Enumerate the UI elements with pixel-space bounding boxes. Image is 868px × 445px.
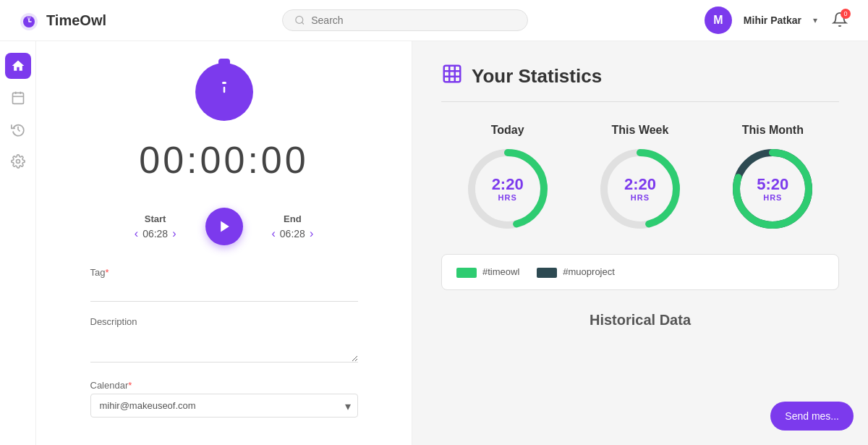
header-right: M Mihir Patkar ▾ 0 [705,7,851,34]
legend-color-timeowl [456,268,477,278]
week-value: 2:20 [624,176,656,193]
layout: 00:00:00 Start ‹ 06:28 › [0,41,868,445]
timer-display: 00:00:00 [139,138,308,182]
notification-button[interactable]: 0 [829,9,851,33]
start-time-nav: ‹ 06:28 › [135,227,176,240]
stat-col-week: This Week 2:20 HRS [597,124,684,232]
description-textarea[interactable] [90,330,358,363]
notification-badge: 0 [841,9,851,19]
week-label: This Week [612,124,669,137]
week-donut: 2:20 HRS [597,145,684,232]
today-label: Today [491,124,524,137]
end-label: End [284,213,302,224]
calendar-icon [11,90,25,105]
calendar-label: Calendar* [90,380,358,391]
today-value: 2:20 [492,176,524,193]
tag-label: Tag* [90,267,358,278]
timer-controls: Start ‹ 06:28 › End ‹ 06 [135,208,313,245]
svg-point-4 [296,16,303,23]
end-time-nav: ‹ 06:28 › [272,227,314,240]
svg-marker-13 [221,221,229,232]
stats-title: Your Statistics [441,63,839,90]
month-unit: HRS [757,193,788,202]
week-center: 2:20 HRS [624,176,656,202]
search-icon [294,14,305,26]
start-label: Start [145,213,166,224]
calendar-select[interactable]: mihir@makeuseof.com [90,394,358,418]
play-icon [218,219,232,234]
timer-form: Tag* Description Calendar* mihir@makeuse… [90,267,358,432]
tag-input[interactable] [90,281,358,302]
chat-button[interactable]: Send mes... [770,402,854,431]
user-avatar: M [705,7,732,34]
logo: TimeOwl [17,9,106,32]
start-time-value: 06:28 [142,228,168,240]
svg-rect-14 [444,66,461,82]
chevron-down-icon[interactable]: ▾ [813,15,817,25]
start-prev-arrow[interactable]: ‹ [135,227,138,240]
today-center: 2:20 HRS [492,176,524,202]
week-unit: HRS [624,193,656,202]
legend-item-muoproject: #muoproject [537,266,615,278]
svg-point-10 [16,160,20,164]
month-donut: 5:20 HRS [729,145,816,232]
end-prev-arrow[interactable]: ‹ [272,227,276,240]
user-name: Mihir Patkar [744,14,801,26]
end-time-value: 06:28 [280,228,305,240]
header: TimeOwl M Mihir Patkar ▾ 0 [0,0,868,41]
legend-label-timeowl: #timeowl [482,266,519,277]
today-unit: HRS [492,193,524,202]
month-label: This Month [742,124,804,137]
search-input[interactable] [311,14,516,26]
logo-text: TimeOwl [46,12,106,29]
stats-title-text: Your Statistics [472,65,602,88]
stats-panel: Your Statistics Today 2:20 HRS [412,41,868,445]
timer-icon-wrap [195,63,253,121]
svg-rect-11 [222,82,226,84]
stats-icon [441,63,463,90]
settings-icon [11,154,25,169]
stopwatch-icon [210,77,239,106]
stat-col-today: Today 2:20 HRS [464,124,551,232]
timer-panel: 00:00:00 Start ‹ 06:28 › [36,41,412,445]
sidebar [0,41,36,445]
home-icon [11,59,25,73]
month-center: 5:20 HRS [757,176,788,202]
start-next-arrow[interactable]: › [172,227,176,240]
historical-title: Historical Data [441,312,839,329]
svg-line-5 [302,22,305,25]
month-value: 5:20 [757,176,788,193]
end-next-arrow[interactable]: › [310,227,313,240]
legend-item-timeowl: #timeowl [456,266,519,278]
main-content: 00:00:00 Start ‹ 06:28 › [36,41,868,445]
stat-col-month: This Month 5:20 HRS [729,124,816,232]
logo-icon [17,9,41,32]
today-donut: 2:20 HRS [464,145,551,232]
sidebar-item-home[interactable] [5,53,31,79]
sidebar-item-history[interactable] [5,116,31,143]
stats-divider [441,101,839,102]
end-time-group: End ‹ 06:28 › [272,213,314,240]
svg-rect-6 [12,93,23,103]
description-label: Description [90,316,358,327]
timer-circle [195,63,253,121]
legend-box: #timeowl #muoproject [441,254,839,290]
sidebar-item-calendar[interactable] [5,85,31,111]
calendar-select-wrap: mihir@makeuseof.com ▾ [90,394,358,418]
stats-columns: Today 2:20 HRS This Week [441,124,839,232]
legend-color-muoproject [537,268,557,278]
calendar-field: Calendar* mihir@makeuseof.com ▾ [90,380,358,418]
start-time-group: Start ‹ 06:28 › [135,213,176,240]
sidebar-item-settings[interactable] [5,148,31,174]
history-icon [11,122,25,137]
legend-label-muoproject: #muoproject [563,266,615,277]
tag-field: Tag* [90,267,358,302]
play-button[interactable] [205,208,243,245]
search-bar[interactable] [282,9,528,31]
description-field: Description [90,316,358,365]
